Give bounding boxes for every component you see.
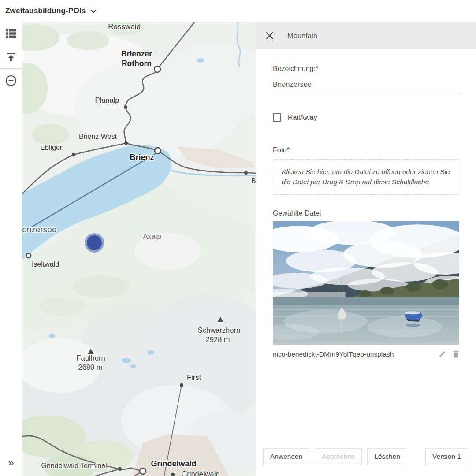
map-terrain (22, 22, 256, 476)
map-label: Brienz (130, 153, 154, 162)
version-button[interactable]: Version 1 (425, 448, 468, 465)
double-chevron-right-icon: » (8, 457, 14, 469)
map-label: Schwarzhorn (198, 326, 240, 334)
sidebar-collapse-button[interactable]: » (0, 454, 22, 472)
apply-button[interactable]: Anwenden (263, 448, 309, 465)
map-label: ienzersee (22, 225, 56, 234)
map-label: Grindelwald Terminal (41, 462, 107, 469)
table-list-icon (5, 29, 17, 38)
map-label: Planalp (95, 96, 119, 104)
selected-photo-preview (273, 221, 459, 345)
station-dot (124, 105, 127, 109)
bezeichnung-label: Bezeichnung:* (273, 65, 459, 73)
map-label: First (187, 373, 201, 381)
add-poi-button[interactable] (0, 69, 22, 92)
station-dot (118, 467, 122, 471)
file-dropzone[interactable]: Klicken Sie hier, um die Datei zu öffnen… (273, 159, 459, 195)
close-icon[interactable] (265, 31, 274, 40)
list-view-button[interactable] (0, 22, 22, 45)
poi-marker[interactable] (87, 235, 102, 250)
detail-panel: Mountain Bezeichnung:* Brienzersee RailA… (256, 22, 476, 476)
map-label: Rothorn (122, 59, 152, 68)
town-circle (155, 148, 161, 154)
railaway-checkbox-row[interactable]: RailAway (273, 113, 459, 122)
map-label: Axalp (143, 232, 161, 240)
selected-file-label: Gewählte Datei (273, 209, 459, 217)
town-circle (154, 66, 160, 72)
town-circle (26, 253, 31, 258)
layer-selector[interactable]: Zweitausbildung-POIs (5, 7, 86, 15)
map-canvas[interactable]: RossweidBrienzerRothornPlanalpBrienz Wes… (22, 22, 256, 476)
bezeichnung-input[interactable]: Brienzersee (273, 80, 459, 95)
delete-icon[interactable] (453, 350, 459, 358)
map-label: Faulhorn (76, 354, 105, 362)
railaway-checkbox[interactable] (273, 113, 281, 122)
map-label: Iseltwald (32, 260, 59, 268)
station-dot (180, 383, 183, 387)
sidebar: » (0, 22, 22, 476)
upload-button[interactable] (0, 45, 22, 69)
file-name: nico-benedickt-DMm9YolTqeo-unsplash (273, 350, 439, 358)
panel-header: Mountain (256, 22, 476, 49)
map-label: Brienzer (121, 49, 152, 58)
map-label: Brienz West (79, 133, 117, 140)
station-dot (124, 141, 128, 145)
station-dot (72, 153, 75, 156)
map-label: Grindelwald (151, 459, 196, 468)
edit-icon[interactable] (439, 350, 446, 358)
delete-button[interactable]: Löschen (367, 448, 407, 465)
file-row: nico-benedickt-DMm9YolTqeo-unsplash (273, 350, 459, 358)
add-circle-icon (5, 75, 17, 86)
station-dot (244, 171, 248, 175)
map-label: Grindelwald (181, 470, 219, 476)
upload-icon (6, 52, 16, 62)
town-circle (140, 468, 146, 474)
panel-footer: Anwenden Abbrechen Löschen Version 1 (263, 448, 468, 465)
cancel-button[interactable]: Abbrechen (315, 448, 362, 465)
panel-title: Mountain (287, 32, 317, 40)
map-label: 2680 m (78, 363, 102, 371)
map-label: Ebligen (40, 144, 63, 151)
chevron-down-icon[interactable] (90, 8, 97, 15)
panel-body: Bezeichnung:* Brienzersee RailAway Foto*… (256, 49, 476, 445)
map-label: 2928 m (205, 335, 230, 343)
railaway-label: RailAway (288, 114, 317, 122)
map-label: B (251, 177, 256, 185)
foto-label: Foto* (273, 146, 459, 154)
map-label: Rossweid (108, 22, 141, 31)
topbar: Zweitausbildung-POIs (0, 0, 476, 22)
